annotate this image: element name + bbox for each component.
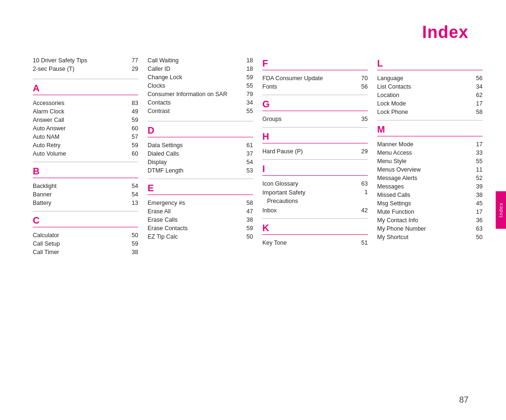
section-letter: E bbox=[148, 183, 253, 194]
section-letter: D bbox=[148, 125, 253, 136]
section-g: G Groups35 bbox=[262, 99, 368, 123]
divider bbox=[377, 120, 483, 120]
section-b: B Backlight54 Banner54 Battery13 bbox=[33, 166, 138, 207]
list-item: Erase All47 bbox=[148, 207, 253, 216]
section-divider bbox=[148, 195, 253, 195]
section-f: F FDA Consumer Update70 Fonts56 bbox=[262, 58, 368, 91]
section-m: M Manner Mode17 Menu Access33 Menu Style… bbox=[377, 124, 483, 241]
list-item: Missed Calls38 bbox=[377, 191, 483, 199]
list-item: Manner Mode17 bbox=[377, 140, 483, 149]
list-item: Alarm Clock49 bbox=[33, 107, 138, 116]
section-letter: K bbox=[262, 223, 368, 233]
page-title: Index bbox=[422, 22, 469, 42]
list-item: My Shortcut50 bbox=[377, 233, 483, 241]
list-item: FDA Consumer Update70 bbox=[262, 74, 368, 82]
list-item: Menu Access33 bbox=[377, 149, 483, 157]
list-item: Change Lock59 bbox=[148, 73, 253, 82]
section-divider bbox=[377, 70, 483, 70]
list-item: Msg Settings45 bbox=[377, 199, 483, 208]
divider bbox=[33, 211, 138, 211]
list-item: Location62 bbox=[377, 91, 483, 99]
column-4: L Language56 List Contacts34 Location62 … bbox=[372, 56, 487, 392]
list-item: Erase Calls38 bbox=[148, 216, 253, 224]
list-item: My Phone Number63 bbox=[377, 225, 483, 233]
list-item: Calculator50 bbox=[33, 231, 138, 240]
divider bbox=[262, 218, 368, 219]
list-item: Contrast55 bbox=[148, 107, 253, 115]
list-item: Clocks55 bbox=[148, 82, 253, 90]
divider bbox=[262, 127, 368, 128]
section-letter: F bbox=[262, 58, 368, 69]
divider bbox=[148, 179, 253, 179]
list-item: Message Alerts52 bbox=[377, 174, 483, 182]
divider bbox=[262, 95, 368, 95]
list-item: My Contact Info36 bbox=[377, 216, 483, 225]
page-number: 87 bbox=[459, 395, 469, 405]
list-item: Mute Function17 bbox=[377, 208, 483, 216]
section-divider bbox=[262, 143, 368, 143]
section-letter: M bbox=[377, 124, 483, 135]
section-divider bbox=[262, 175, 368, 176]
list-item: Icon Glossary63 bbox=[262, 180, 368, 188]
section-letter: C bbox=[33, 215, 138, 226]
list-item: Backlight54 bbox=[33, 182, 138, 190]
list-item: Erase Contacts59 bbox=[148, 224, 253, 232]
list-item: Consumer Information on SAR79 bbox=[148, 90, 253, 98]
divider bbox=[148, 121, 253, 121]
list-item: Auto NAM57 bbox=[33, 133, 138, 141]
section-letter: G bbox=[262, 99, 368, 110]
section-divider bbox=[262, 234, 368, 235]
section-divider bbox=[33, 95, 138, 95]
section-letter: I bbox=[262, 164, 368, 174]
column-2: Call Waiting18 Caller ID18 Change Lock59… bbox=[143, 56, 258, 392]
divider bbox=[33, 79, 138, 79]
list-item: Menus Overview11 bbox=[377, 165, 483, 174]
list-item: Hard Pause (P)29 bbox=[262, 147, 368, 156]
pre-section-col2: Call Waiting18 Caller ID18 Change Lock59… bbox=[148, 56, 253, 115]
list-item: Accessories83 bbox=[33, 99, 138, 107]
divider bbox=[262, 159, 368, 160]
section-letter: A bbox=[33, 83, 138, 94]
section-divider bbox=[377, 136, 483, 136]
list-item: Data Settings61 bbox=[148, 141, 253, 150]
list-item: Important SafetyPrecautions 1 bbox=[262, 188, 368, 206]
list-item: EZ Tip Calc50 bbox=[148, 232, 253, 241]
section-divider bbox=[262, 111, 368, 111]
pre-section-col1: 10 Driver Safety Tips 77 2-sec Pause (T)… bbox=[33, 56, 138, 73]
section-i: I Icon Glossary63 Important SafetyPrecau… bbox=[262, 164, 368, 215]
list-item: 10 Driver Safety Tips 77 bbox=[33, 56, 138, 65]
list-item: Call Timer38 bbox=[33, 248, 138, 256]
list-item: Auto Retry59 bbox=[33, 141, 138, 150]
list-item: Display54 bbox=[148, 158, 253, 166]
divider bbox=[33, 162, 138, 162]
list-item: Banner54 bbox=[33, 190, 138, 199]
list-item: Answer Call59 bbox=[33, 116, 138, 124]
section-c: C Calculator50 Call Setup59 Call Timer38 bbox=[33, 215, 138, 256]
list-item: Dialed Calls37 bbox=[148, 150, 253, 158]
section-d: D Data Settings61 Dialed Calls37 Display… bbox=[148, 125, 253, 175]
index-tab-label: Index bbox=[498, 202, 504, 218]
list-item: Auto Volume60 bbox=[33, 150, 138, 158]
list-item: Lock Phone58 bbox=[377, 108, 483, 116]
list-item: Call Waiting18 bbox=[148, 56, 253, 65]
index-tab: Index bbox=[496, 191, 506, 229]
list-item: Lock Mode17 bbox=[377, 99, 483, 108]
section-e: E Emergency #s58 Erase All47 Erase Calls… bbox=[148, 183, 253, 241]
list-item: Auto Answer60 bbox=[33, 124, 138, 133]
list-item: Messages39 bbox=[377, 182, 483, 191]
section-l: L Language56 List Contacts34 Location62 … bbox=[377, 58, 483, 116]
list-item: Contacts34 bbox=[148, 98, 253, 107]
list-item: Battery13 bbox=[33, 199, 138, 207]
list-item: Language56 bbox=[377, 74, 483, 82]
content-area: 10 Driver Safety Tips 77 2-sec Pause (T)… bbox=[28, 56, 487, 392]
section-k: K Key Tone51 bbox=[262, 223, 368, 247]
list-item: Call Setup59 bbox=[33, 240, 138, 248]
section-letter: H bbox=[262, 131, 368, 142]
list-item: 2-sec Pause (T) 29 bbox=[33, 65, 138, 73]
list-item: List Contacts34 bbox=[377, 82, 483, 91]
list-item: Menu Style55 bbox=[377, 157, 483, 165]
list-item: Emergency #s58 bbox=[148, 199, 253, 207]
list-item: Inbox42 bbox=[262, 206, 368, 215]
section-letter: L bbox=[377, 58, 483, 69]
column-1: 10 Driver Safety Tips 77 2-sec Pause (T)… bbox=[28, 56, 143, 392]
